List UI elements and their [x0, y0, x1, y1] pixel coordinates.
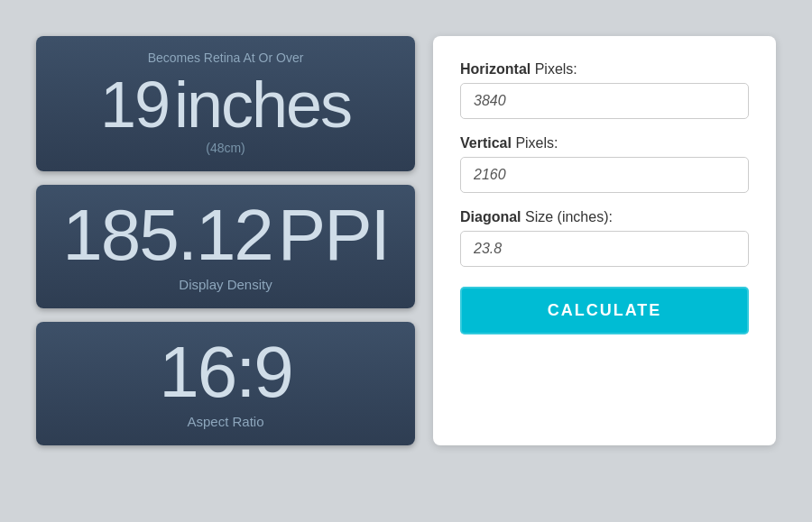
vertical-label-bold: Vertical	[460, 135, 512, 151]
density-card: 185.12 PPI Display Density	[36, 185, 415, 308]
density-value: 185.12	[62, 199, 272, 271]
retina-label-top: Becomes Retina At Or Over	[54, 50, 397, 65]
horizontal-label: Horizontal Pixels:	[460, 61, 749, 78]
retina-sub-value: (48cm)	[54, 141, 397, 155]
vertical-label-normal: Pixels:	[512, 135, 558, 151]
diagonal-field-group: Diagonal Size (inches):	[460, 209, 749, 267]
retina-unit: inches	[174, 72, 351, 137]
retina-value-row: 19 inches	[100, 72, 351, 137]
horizontal-label-bold: Horizontal	[460, 61, 531, 77]
vertical-field-group: Vertical Pixels:	[460, 135, 749, 193]
horizontal-input[interactable]	[460, 83, 749, 119]
left-panel: Becomes Retina At Or Over 19 inches (48c…	[36, 36, 415, 445]
horizontal-label-normal: Pixels:	[531, 61, 577, 77]
vertical-label: Vertical Pixels:	[460, 135, 749, 151]
retina-card: Becomes Retina At Or Over 19 inches (48c…	[36, 36, 415, 171]
diagonal-label-normal: Size (inches):	[521, 209, 613, 224]
density-label: Display Density	[54, 277, 397, 292]
density-value-row: 185.12 PPI	[62, 199, 389, 271]
right-panel: Horizontal Pixels: Vertical Pixels: Diag…	[433, 36, 776, 445]
main-container: Becomes Retina At Or Over 19 inches (48c…	[18, 18, 794, 463]
diagonal-input[interactable]	[460, 231, 749, 267]
density-unit: PPI	[278, 199, 389, 271]
ratio-label: Aspect Ratio	[54, 414, 397, 429]
calculate-button[interactable]: CALCULATE	[460, 287, 749, 334]
retina-main-value: 19	[100, 72, 169, 137]
horizontal-field-group: Horizontal Pixels:	[460, 61, 749, 119]
vertical-input[interactable]	[460, 157, 749, 193]
diagonal-label: Diagonal Size (inches):	[460, 209, 749, 225]
ratio-value: 16:9	[54, 336, 397, 408]
ratio-card: 16:9 Aspect Ratio	[36, 322, 415, 445]
diagonal-label-bold: Diagonal	[460, 209, 521, 224]
